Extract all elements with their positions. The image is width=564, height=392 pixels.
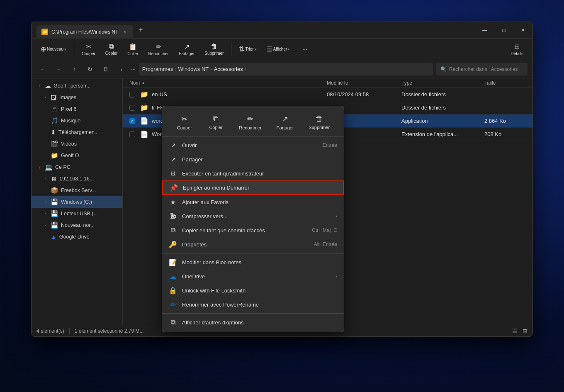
minimize-button[interactable]: — [475, 22, 494, 39]
file-name-cell-en-us: 📁 en-US [129, 90, 327, 98]
ctx-open-item[interactable]: ↗ Ouvrir Entrée [162, 138, 344, 152]
ctx-powerrename-item[interactable]: ✏ Renommer avec PowerRename [162, 297, 344, 312]
ctx-share-label: Partager [276, 125, 294, 130]
up-button[interactable]: ↑ [68, 63, 80, 75]
status-separator [69, 328, 70, 334]
new-tab-button[interactable]: + [135, 24, 146, 36]
sidebar-item-music[interactable]: › 🎵 Musique [32, 115, 122, 127]
rename-button[interactable]: ✏ Renommer [144, 41, 173, 58]
crumb-programmes[interactable]: Programmes [142, 66, 173, 72]
ctx-filelocksmith-label: Unlock with File Locksmith [182, 287, 337, 294]
sidebar-item-geooff[interactable]: › 📁 Geoff O [32, 150, 122, 161]
googledrive-icon: ▲ [51, 234, 57, 241]
ctx-copypath-icon: ⧉ [169, 226, 177, 234]
view-detail-icon[interactable]: ⊞ [523, 328, 528, 334]
file-type-wordpadfilter: Extension de l'applica... [401, 131, 484, 137]
sidebar-label-usb: Lecteur USB (... [61, 211, 98, 217]
toolbar-separator-2 [231, 43, 231, 56]
view-button[interactable]: ☰ Afficher ▾ [263, 41, 294, 58]
ctx-cut-label: Couper [177, 125, 192, 130]
checkbox-fr-fr[interactable] [129, 105, 135, 111]
tab-area: 📁 C:\Program Files\Windows NT ✕ + [36, 22, 475, 38]
ctx-share-item[interactable]: ↗ Partager [162, 152, 344, 166]
ctx-moreoptions-item[interactable]: ⧉ Afficher d'autres d'options [162, 315, 344, 329]
back-button[interactable]: ← [36, 63, 49, 75]
file-row-en-us[interactable]: 📁 en-US 08/10/2024 09:58 Dossier de fich… [123, 88, 532, 101]
ctx-delete-button[interactable]: 🗑 Supprimer [304, 112, 334, 133]
sidebar-item-nouveau[interactable]: › 💾 Nouveau nor... [32, 219, 122, 231]
crumb-windowsnt[interactable]: Windows NT [178, 66, 209, 72]
ctx-compress-item[interactable]: 🗜 Compresser vers... › [162, 209, 344, 223]
cut-button[interactable]: ✂ Couper [78, 41, 100, 58]
col-name[interactable]: Nom ▲ [129, 80, 327, 86]
ctx-copy-button[interactable]: ⧉ Copier [204, 112, 229, 133]
ctx-pin-item[interactable]: 📌 Épingler au menu Démarrer [162, 180, 344, 195]
refresh-button[interactable]: ↻ [84, 63, 96, 75]
ctx-runas-item[interactable]: ⚙ Exécuter en tant qu'administrateur [162, 166, 344, 180]
sidebar-label-geooff: Geoff O [61, 153, 79, 158]
expand-arrow-usb: › [42, 211, 48, 217]
details-button[interactable]: ⊞ Détails [506, 41, 528, 58]
sidebar-item-freebox[interactable]: › 📦 Freebox Serv... [32, 185, 122, 196]
sidebar-item-windows-c[interactable]: › 💾 Windows (C:) [32, 196, 122, 208]
ctx-share-button[interactable]: ↗ Partager [272, 112, 298, 133]
sidebar-item-usb[interactable]: › 💾 Lecteur USB (... [32, 208, 122, 219]
folder-icon-en-us: 📁 [140, 90, 148, 98]
maximize-button[interactable]: □ [494, 22, 513, 39]
ctx-rename-label: Renommer [239, 125, 261, 130]
explorer-tab[interactable]: 📁 C:\Program Files\Windows NT ✕ [36, 25, 133, 39]
col-type[interactable]: Type [401, 80, 484, 86]
view-list-icon[interactable]: ☰ [512, 328, 518, 334]
sidebar-label-network: 192.168.1.16... [59, 176, 94, 182]
search-box[interactable]: 🔍 Rechercher dans : Accessories [436, 63, 528, 75]
delete-button[interactable]: 🗑 Supprimer [200, 41, 228, 58]
sidebar-item-cepc[interactable]: ∨ 💻 Ce PC [32, 161, 122, 173]
sidebar-item-images[interactable]: › 🖼 Images [32, 92, 122, 103]
ctx-favorites-item[interactable]: ★ Ajouter aux Favoris [162, 195, 344, 209]
checkbox-wordpadfilter[interactable] [129, 131, 135, 137]
pixel-icon: 📱 [51, 105, 58, 113]
breadcrumb-expand-button[interactable]: › [115, 63, 128, 75]
col-size[interactable]: Taille [484, 80, 526, 86]
forward-button[interactable]: → [52, 63, 65, 75]
ctx-compress-icon: 🗜 [169, 212, 177, 220]
close-button[interactable]: ✕ [513, 22, 532, 39]
paste-button[interactable]: 📋 Coller [123, 41, 142, 58]
sidebar-item-network[interactable]: › 🖥 192.168.1.16... [32, 173, 122, 185]
share-button[interactable]: ↗ Partager [175, 41, 199, 58]
ctx-properties-item[interactable]: 🔑 Propriétés Alt+Entrée [162, 237, 344, 251]
sidebar-item-geoff[interactable]: › ☁ Geoff : person... [32, 80, 122, 92]
rename-icon: ✏ [156, 43, 161, 51]
checkbox-wordpad[interactable] [129, 118, 135, 124]
new-button[interactable]: ⊕ Nouveau ▾ [36, 41, 70, 58]
sidebar-item-pixel[interactable]: › 📱 Pixel 6 [32, 103, 122, 115]
sidebar-item-googledrive[interactable]: › ▲ Google Drive [32, 231, 122, 243]
copy-button[interactable]: ⧉ Copier [101, 41, 122, 58]
ctx-onedrive-item[interactable]: ☁ OneDrive › [162, 269, 344, 283]
more-button[interactable]: ··· [296, 41, 314, 58]
sidebar-item-downloads[interactable]: › ⬇ Téléchargemen... [32, 127, 122, 138]
col-name-label: Nom [129, 80, 140, 86]
sort-button[interactable]: ⇅ Trier ▾ [235, 41, 260, 58]
wordpadfilter-icon: 📄 [140, 130, 148, 138]
ctx-cut-button[interactable]: ✂ Couper [172, 112, 197, 133]
ctx-copypath-item[interactable]: ⧉ Copier en tant que chemin d'accès Ctrl… [162, 223, 344, 237]
ctx-cut-icon: ✂ [181, 114, 187, 124]
wordpad-icon: 📄 [140, 117, 148, 125]
column-header: Nom ▲ Modifié le Type Taille [123, 78, 532, 88]
breadcrumb-bar[interactable]: Programmes › Windows NT › Accessories › [139, 63, 433, 75]
search-icon: 🔍 [440, 66, 447, 72]
tab-close-button[interactable]: ✕ [122, 29, 128, 35]
ctx-properties-shortcut: Alt+Entrée [314, 241, 337, 247]
sidebar-label-music: Musique [61, 118, 80, 124]
new-label: Nouveau [47, 47, 63, 51]
sidebar-item-videos[interactable]: › 🎬 Vidéos [32, 138, 122, 150]
sidebar-label-videos: Vidéos [61, 141, 77, 147]
ctx-filelocksmith-item[interactable]: 🔒 Unlock with File Locksmith [162, 283, 344, 297]
checkbox-en-us[interactable] [129, 92, 135, 97]
ctx-delete-label: Supprimer [309, 125, 330, 130]
ctx-editnotepad-item[interactable]: 📝 Modifier dans Bloc-notes [162, 255, 344, 269]
crumb-accessories[interactable]: Accessories [214, 66, 243, 72]
col-modified[interactable]: Modifié le [327, 80, 401, 86]
ctx-rename-button[interactable]: ✏ Renommer [235, 112, 265, 133]
